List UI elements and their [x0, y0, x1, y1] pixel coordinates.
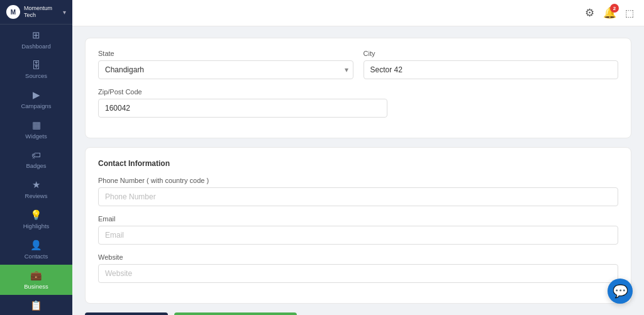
sidebar-item-contacts[interactable]: 👤 Contacts	[0, 235, 72, 265]
export-button[interactable]: ⬚	[625, 7, 634, 19]
sidebar: M Momentum Tech ▾ ⊞ Dashboard 🗄 Sources …	[0, 0, 72, 315]
sidebar-label-badges: Badges	[26, 162, 46, 169]
content-area: State Chandigarh City Zip/Post Code	[72, 26, 644, 315]
highlights-icon: 💡	[30, 209, 42, 221]
state-select[interactable]: Chandigarh	[98, 60, 353, 79]
export-icon: ⬚	[625, 8, 634, 18]
chat-bubble-button[interactable]: 💬	[608, 279, 633, 304]
logo-circle: M	[6, 5, 20, 19]
contacts-icon: 👤	[30, 240, 42, 251]
state-select-wrapper: Chandigarh	[98, 60, 353, 79]
contact-section: Contact Information Phone Number ( with …	[85, 147, 631, 304]
city-group: City	[364, 50, 619, 79]
arrow-annotation	[297, 312, 347, 315]
sidebar-item-reviews[interactable]: ★ Reviews	[0, 174, 72, 204]
city-input[interactable]	[364, 60, 619, 79]
email-input[interactable]	[98, 226, 618, 245]
website-group: Website	[98, 253, 618, 283]
state-group: State Chandigarh	[98, 50, 353, 79]
sidebar-item-sources[interactable]: 🗄 Sources	[0, 55, 72, 84]
sidebar-label-widgets: Widgets	[25, 133, 47, 140]
zip-label: Zip/Post Code	[98, 88, 618, 96]
add-field-button[interactable]: + ADD NEW FIELD	[85, 312, 168, 315]
sidebar-header: M Momentum Tech ▾	[0, 0, 72, 25]
sidebar-item-campaigns[interactable]: ▶ Campaigns	[0, 84, 72, 114]
reports-icon: 📋	[30, 300, 42, 311]
email-group: Email	[98, 215, 618, 245]
zip-group: Zip/Post Code	[98, 88, 618, 118]
address-section: State Chandigarh City Zip/Post Code	[85, 38, 631, 138]
sidebar-item-widgets[interactable]: ▦ Widgets	[0, 114, 72, 145]
website-label: Website	[98, 253, 618, 261]
sidebar-nav: ⊞ Dashboard 🗄 Sources ▶ Campaigns ▦ Widg…	[0, 25, 72, 315]
update-wrapper: UPDATE COMPANY DETAILS	[174, 312, 297, 315]
sidebar-item-badges[interactable]: 🏷 Badges	[0, 145, 72, 174]
bottom-actions: + ADD NEW FIELD UPDATE COMPANY DETAILS	[85, 312, 631, 315]
settings-button[interactable]: ⚙	[585, 6, 594, 19]
settings-icon: ⚙	[585, 7, 594, 19]
website-input[interactable]	[98, 264, 618, 283]
sidebar-label-reviews: Reviews	[25, 192, 48, 199]
sidebar-item-dashboard[interactable]: ⊞ Dashboard	[0, 25, 72, 55]
sources-icon: 🗄	[31, 60, 41, 70]
main-area: ⚙ 🔔 2 ⬚ State Chandigarh	[72, 0, 644, 315]
state-city-row: State Chandigarh City	[98, 50, 618, 79]
sidebar-label-dashboard: Dashboard	[21, 43, 50, 50]
phone-row: Phone Number ( with country code )	[98, 177, 618, 206]
notifications-button[interactable]: 🔔 2	[603, 6, 616, 19]
campaigns-icon: ▶	[33, 89, 40, 101]
update-company-button[interactable]: UPDATE COMPANY DETAILS	[174, 312, 297, 315]
sidebar-item-reports[interactable]: 📋 Reports	[0, 295, 72, 315]
sidebar-label-highlights: Highlights	[23, 223, 50, 229]
state-label: State	[98, 50, 353, 57]
chevron-down-icon[interactable]: ▾	[63, 9, 66, 16]
email-label: Email	[98, 215, 618, 223]
topbar: ⚙ 🔔 2 ⬚	[72, 0, 644, 26]
sidebar-item-highlights[interactable]: 💡 Highlights	[0, 204, 72, 235]
city-label: City	[364, 50, 619, 57]
phone-input[interactable]	[98, 187, 618, 206]
phone-label: Phone Number ( with country code )	[98, 177, 618, 184]
sidebar-item-business[interactable]: 💼 Business	[0, 265, 72, 295]
dashboard-icon: ⊞	[32, 30, 40, 41]
zip-input[interactable]	[98, 99, 387, 118]
email-row: Email	[98, 215, 618, 245]
reviews-icon: ★	[32, 179, 40, 191]
phone-group: Phone Number ( with country code )	[98, 177, 618, 206]
sidebar-label-business: Business	[24, 283, 48, 290]
badges-icon: 🏷	[31, 150, 41, 160]
chat-icon: 💬	[613, 284, 628, 299]
business-icon: 💼	[30, 270, 42, 281]
sidebar-label-campaigns: Campaigns	[21, 102, 51, 109]
widgets-icon: ▦	[32, 119, 41, 131]
sidebar-label-sources: Sources	[25, 72, 47, 79]
zip-row: Zip/Post Code	[98, 88, 618, 118]
sidebar-logo: M Momentum Tech	[6, 5, 58, 19]
website-row: Website	[98, 253, 618, 283]
contact-section-title: Contact Information	[98, 159, 618, 168]
notification-badge: 2	[610, 4, 619, 13]
logo-text: Momentum Tech	[24, 5, 58, 19]
sidebar-label-contacts: Contacts	[25, 253, 48, 260]
